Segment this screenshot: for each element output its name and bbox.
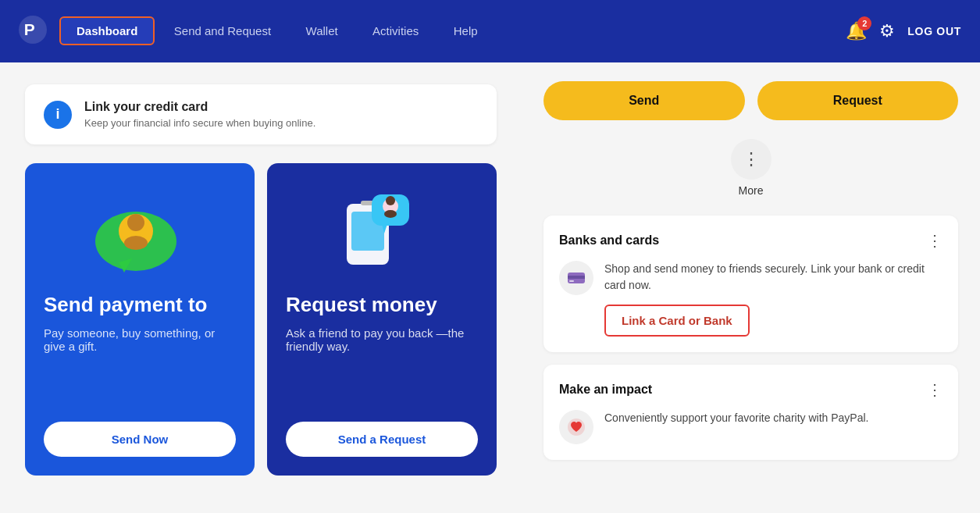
make-an-impact-more-dots[interactable]: ⋮ xyxy=(927,380,943,399)
nav-dashboard[interactable]: Dashboard xyxy=(59,16,155,45)
make-an-impact-header: Make an impact ⋮ xyxy=(559,380,943,399)
nav-help[interactable]: Help xyxy=(438,18,494,44)
cards-row: Send payment to Pay someone, buy somethi… xyxy=(25,163,497,476)
make-an-impact-body: Conveniently support your favorite chari… xyxy=(559,410,943,444)
banks-and-cards-text: Shop and send money to friends securely.… xyxy=(604,261,943,337)
svg-point-14 xyxy=(384,210,397,218)
info-icon: i xyxy=(44,101,72,129)
main-layout: i Link your credit card Keep your financ… xyxy=(0,62,980,513)
svg-point-13 xyxy=(386,196,395,205)
send-illustration xyxy=(44,188,236,274)
send-card-title: Send payment to xyxy=(44,293,236,317)
notification-badge: 2 xyxy=(857,16,871,30)
main-nav: Dashboard Send and Request Wallet Activi… xyxy=(59,24,494,38)
notifications-button[interactable]: 🔔 2 xyxy=(846,21,867,41)
make-an-impact-section: Make an impact ⋮ Conveniently support yo… xyxy=(543,365,958,460)
info-title: Link your credit card xyxy=(84,100,315,114)
right-panel: Send Request ⋮ More Banks and cards ⋮ xyxy=(522,62,980,513)
svg-rect-16 xyxy=(568,276,585,279)
more-button[interactable]: ⋮ xyxy=(731,139,772,180)
send-card-description: Pay someone, buy something, or give a gi… xyxy=(44,326,236,403)
request-button[interactable]: Request xyxy=(757,81,959,120)
send-now-button[interactable]: Send Now xyxy=(44,422,236,457)
request-card-description: Ask a friend to pay you back —the friend… xyxy=(286,326,478,403)
svg-rect-17 xyxy=(569,280,574,282)
make-an-impact-text: Conveniently support your favorite chari… xyxy=(604,410,869,426)
banks-and-cards-section: Banks and cards ⋮ Shop and send money to… xyxy=(543,216,958,352)
more-label: More xyxy=(739,184,764,197)
nav-wallet[interactable]: Wallet xyxy=(290,18,354,44)
banks-icon-wrap xyxy=(559,261,593,295)
banks-and-cards-title: Banks and cards xyxy=(559,233,659,248)
banks-and-cards-more-dots[interactable]: ⋮ xyxy=(927,231,943,250)
make-an-impact-title: Make an impact xyxy=(559,383,652,397)
svg-point-6 xyxy=(124,236,148,250)
svg-point-5 xyxy=(127,214,144,231)
action-buttons: Send Request xyxy=(543,81,958,120)
info-description: Keep your financial info secure when buy… xyxy=(84,117,315,129)
credit-card-icon xyxy=(566,268,586,288)
info-text: Link your credit card Keep your financia… xyxy=(84,100,315,129)
send-payment-card: Send payment to Pay someone, buy somethi… xyxy=(25,163,255,476)
header-actions: 🔔 2 ⚙ LOG OUT xyxy=(846,21,961,41)
logout-button[interactable]: LOG OUT xyxy=(907,25,961,37)
request-card-title: Request money xyxy=(286,293,478,317)
send-button[interactable]: Send xyxy=(543,81,745,120)
charity-icon xyxy=(566,417,586,437)
more-section: ⋮ More xyxy=(543,139,958,197)
request-illustration xyxy=(286,188,478,274)
banks-and-cards-header: Banks and cards ⋮ xyxy=(559,231,943,250)
nav-activities[interactable]: Activities xyxy=(357,18,434,44)
send-request-button[interactable]: Send a Request xyxy=(286,422,478,457)
nav-send-and-request[interactable]: Send and Request xyxy=(159,18,287,44)
info-banner: i Link your credit card Keep your financ… xyxy=(25,84,497,144)
paypal-logo: P xyxy=(19,16,47,47)
settings-icon[interactable]: ⚙ xyxy=(879,21,895,41)
charity-icon-wrap xyxy=(559,410,593,444)
request-money-card: Request money Ask a friend to pay you ba… xyxy=(267,163,497,476)
svg-text:P: P xyxy=(24,20,35,38)
link-card-or-bank-button[interactable]: Link a Card or Bank xyxy=(604,305,750,337)
header: P Dashboard Send and Request Wallet Acti… xyxy=(0,0,980,62)
banks-and-cards-body: Shop and send money to friends securely.… xyxy=(559,261,943,337)
left-panel: i Link your credit card Keep your financ… xyxy=(0,62,522,513)
